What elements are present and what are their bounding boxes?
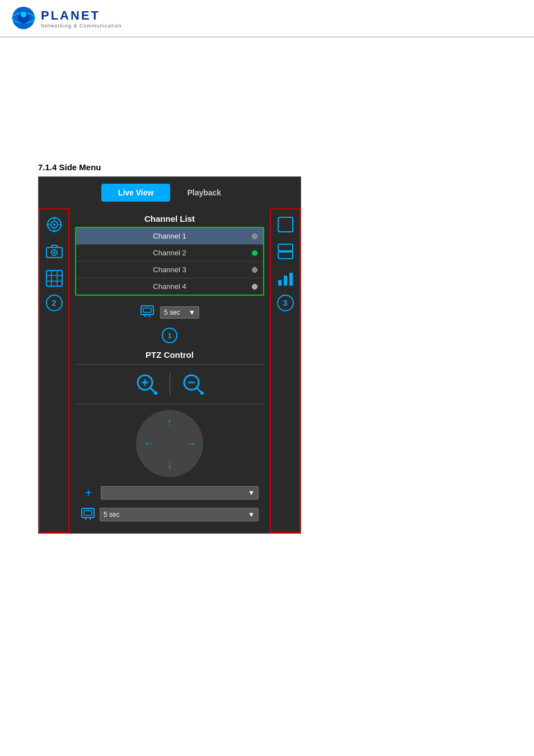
channel-2-dot [252, 250, 257, 256]
tabs-row: Live View Playback [39, 177, 301, 208]
svg-rect-38 [278, 252, 293, 259]
direction-down-button[interactable]: ↓ [160, 455, 179, 474]
ptz-preset-dropdown[interactable]: ▼ [101, 486, 259, 500]
main-row: 2 Channel List Channel 1 Channel 2 [39, 208, 301, 533]
channel-1-dot [252, 234, 257, 239]
channel-item-4[interactable]: Channel 4 [76, 278, 263, 295]
tab-playback[interactable]: Playback [170, 184, 238, 202]
ptz-divider-mid [75, 404, 264, 404]
zoom-in-button[interactable] [135, 372, 158, 396]
ptz-preset-interval-row: 5 sec ▼ [75, 503, 264, 529]
svg-rect-40 [284, 276, 287, 286]
svg-point-27 [154, 391, 157, 395]
zoom-divider [170, 373, 170, 395]
dual-view-icon [277, 243, 294, 260]
zoom-out-icon [182, 373, 204, 395]
svg-point-13 [53, 251, 55, 254]
zoom-in-icon [135, 373, 158, 395]
channel-2-label: Channel 2 [153, 249, 186, 257]
zoom-out-button[interactable] [181, 372, 205, 396]
left-column: 2 [39, 208, 69, 533]
channel-4-dot [252, 284, 257, 290]
ptz-section: PTZ Control [69, 346, 270, 533]
ptz-dropdown-arrow: ▼ [248, 489, 255, 497]
target-icon [46, 216, 63, 233]
channel-list-header: Channel List [75, 214, 264, 223]
ptz-interval-dropdown[interactable]: 5 sec ▼ [100, 508, 259, 521]
svg-rect-39 [278, 280, 282, 286]
direction-right-button[interactable]: → [181, 434, 200, 453]
grid-icon [46, 270, 63, 287]
channel-3-label: Channel 3 [153, 265, 186, 274]
camera-icon [46, 244, 63, 259]
ptz-preset-icon[interactable] [81, 506, 95, 523]
interval-value: 5 sec [164, 309, 180, 316]
ptz-interval-arrow: ▼ [248, 511, 255, 519]
planet-logo-icon [11, 6, 36, 31]
svg-point-31 [200, 391, 204, 395]
center-column: Channel List Channel 1 Channel 2 Channel… [69, 208, 270, 533]
logo-sub: Networking & Communication [41, 23, 122, 29]
preset-tour-icon [140, 304, 154, 318]
grid-icon-button[interactable] [44, 268, 65, 289]
channel-3-dot [252, 267, 257, 273]
svg-point-3 [21, 12, 26, 17]
interval-row: 5 sec ▼ [69, 299, 270, 325]
direction-left-button[interactable]: ← [139, 434, 158, 453]
ptz-interval-value: 5 sec [104, 511, 120, 519]
channel-list-section: Channel List Channel 1 Channel 2 Channel… [69, 208, 270, 299]
circle-1-button[interactable]: 1 [162, 328, 177, 343]
zoom-row [75, 368, 264, 400]
channel-4-label: Channel 4 [153, 282, 186, 291]
channel-item-1[interactable]: Channel 1 [76, 228, 263, 245]
channel-list-box: Channel 1 Channel 2 Channel 3 Channel 4 [75, 227, 264, 296]
tab-live-view[interactable]: Live View [101, 184, 171, 202]
channel-item-2[interactable]: Channel 2 [76, 245, 263, 262]
ptz-tour-icon [81, 506, 95, 521]
dual-view-button[interactable] [275, 241, 296, 262]
right-column: 3 [270, 208, 301, 533]
header: PLANET Networking & Communication [0, 0, 534, 38]
camera-icon-button[interactable] [44, 241, 65, 262]
ui-panel: Live View Playback [38, 176, 301, 534]
ptz-add-button[interactable]: + [81, 487, 96, 500]
single-view-button[interactable] [275, 214, 296, 235]
svg-rect-36 [278, 217, 293, 232]
direction-pad: ↑ ↓ ← → [136, 410, 203, 477]
ptz-title: PTZ Control [75, 350, 264, 360]
single-view-icon [277, 216, 294, 233]
svg-rect-14 [46, 270, 62, 286]
svg-rect-37 [278, 244, 293, 251]
logo: PLANET Networking & Communication [11, 6, 122, 31]
bar-chart-button[interactable] [275, 268, 296, 289]
bar-chart-icon [277, 270, 294, 287]
direction-circle: ↑ ↓ ← → [136, 410, 203, 477]
channel-1-label: Channel 1 [153, 232, 186, 240]
svg-rect-41 [289, 273, 293, 286]
svg-point-6 [53, 223, 55, 226]
svg-rect-20 [143, 308, 151, 312]
logo-text: PLANET [41, 8, 122, 23]
interval-dropdown-arrow: ▼ [189, 309, 195, 316]
direction-up-button[interactable]: ↑ [160, 413, 179, 432]
target-icon-button[interactable] [44, 214, 65, 235]
ptz-divider-top [75, 364, 264, 365]
circle-2-button[interactable]: 2 [46, 295, 63, 311]
circle-3-button[interactable]: 3 [277, 295, 294, 311]
channel-item-3[interactable]: Channel 3 [76, 262, 263, 278]
ptz-preset-add-row: + ▼ [75, 483, 264, 503]
preset-icon[interactable] [140, 304, 154, 321]
section-title: 7.1.4 Side Menu [38, 162, 101, 172]
interval-select[interactable]: 5 sec ▼ [160, 306, 199, 319]
svg-rect-33 [84, 511, 92, 515]
